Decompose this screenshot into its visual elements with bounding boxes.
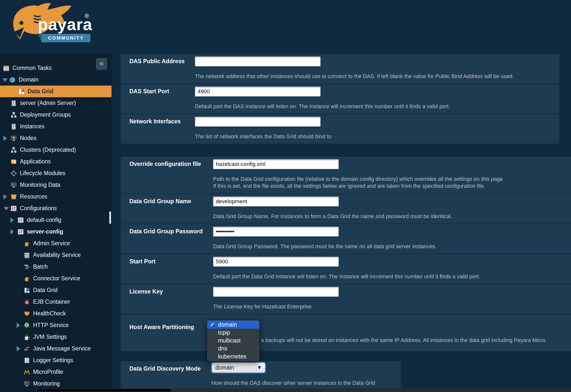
override-configuration-file-label: Override configuration file (129, 161, 201, 167)
sidebar-item-deployment-groups[interactable]: Deployment Groups (0, 109, 112, 121)
sidebar-item-label: Batch (33, 263, 48, 270)
sidebar-item-lifecycle-modules[interactable]: Lifecycle Modules (0, 167, 112, 179)
form-row-data-grid-group-password: Data Grid Group PasswordData Grid Group … (121, 224, 571, 254)
das-start-port-input[interactable] (195, 87, 321, 97)
sidebar-item-logger-settings[interactable]: Logger Settings (0, 354, 112, 366)
sidebar-item-monitoring-data[interactable]: Monitoring Data (0, 179, 112, 191)
sidebar-item-ejb-container[interactable]: JAREJB Container (0, 296, 112, 308)
sidebar-item-label: Availability Service (33, 252, 81, 258)
dropdown-option-kubernetes[interactable]: kubernetes (207, 352, 259, 360)
das-public-address-input[interactable] (195, 56, 321, 66)
das-public-address-help-text: The network address that other instances… (195, 73, 514, 80)
form-row-das-public-address: DAS Public AddressThe network address th… (121, 54, 559, 84)
start-port-help-text: Default port the Data Grid instance will… (213, 273, 480, 280)
monitor-icon (10, 182, 17, 188)
server-icon (10, 100, 17, 106)
sidebar-item-connector-service[interactable]: Connector Service (0, 273, 112, 284)
tree-expander-open-icon[interactable] (3, 207, 9, 210)
sidebar-item-label: HTTP Service (33, 322, 69, 329)
sidebar-item-admin-service[interactable]: Admin Service (0, 238, 112, 249)
payara-logo: payara ® COMMUNITY (10, 2, 95, 52)
data-grid-discovery-mode-help-text: How should the DAS discover other server… (211, 380, 375, 386)
sidebar-item-label: Clusters (Deprecated) (20, 147, 76, 153)
license-key-help-text: The License Key for Hazelcast Enterprise (213, 303, 312, 310)
dropdown-option-multicast[interactable]: multicast (207, 337, 259, 344)
horizontal-scrollbar-track[interactable] (36, 389, 571, 392)
payara-admin-console: payara ® COMMUNITY Common TasksDomainDat… (0, 0, 571, 392)
apps-icon (10, 158, 17, 165)
sidebar-item-clusters-deprecated[interactable]: Clusters (Deprecated) (0, 144, 112, 156)
license-key-input[interactable] (213, 287, 339, 297)
sidebar-collapse-button[interactable]: « (96, 58, 107, 70)
network-interfaces-input[interactable] (195, 117, 321, 127)
dropdown-option-label: multicast (218, 337, 241, 344)
form-row-start-port: Start PortDefault port the Data Grid ins… (121, 254, 571, 284)
data-grid-group-name-input[interactable] (213, 196, 339, 206)
dropdown-option-tcpip[interactable]: tcpip (207, 329, 259, 337)
data-grid-discovery-mode-select[interactable]: domain▼ (211, 362, 266, 373)
horizontal-scrollbar-thumb[interactable] (37, 389, 171, 392)
table-icon (3, 65, 9, 71)
sidebar-item-label: Deployment Groups (20, 111, 71, 118)
sidebar-item-data-grid[interactable]: Data Grid (0, 86, 112, 97)
sidebar-item-monitoring[interactable]: Monitoring (0, 378, 112, 390)
sidebar-item-label: Admin Service (33, 240, 70, 247)
start-port-label: Start Port (129, 258, 156, 265)
tree-expander-open-icon[interactable] (2, 78, 8, 82)
header-bar: payara ® COMMUNITY (0, 0, 571, 53)
select-dropdown-arrow-icon: ▼ (257, 364, 262, 371)
sidebar-item-applications[interactable]: Applications (0, 156, 112, 167)
registered-mark: ® (85, 12, 89, 19)
form-row-host-aware-partitioning: Host Aware Partitioninga backups will no… (121, 314, 571, 351)
sidebar-item-label: MicroProfile (33, 369, 63, 375)
override-configuration-file-input[interactable] (213, 159, 339, 169)
tree-expander-closed-icon[interactable] (17, 323, 20, 328)
tree-expander-closed-icon[interactable] (10, 229, 14, 235)
sidebar-item-jvm-settings[interactable]: JVM Settings (0, 331, 112, 343)
dropdown-option-dns[interactable]: dns (207, 344, 259, 352)
host-aware-partitioning-label: Host Aware Partitioning (129, 324, 194, 331)
sidebar-item-nodes[interactable]: Nodes (0, 132, 112, 144)
override-configuration-file-help-text: Path to the Data Grid configuration file… (213, 176, 503, 190)
sidebar-item-label: Data Grid (33, 287, 57, 294)
sidebar-item-healthcheck[interactable]: HealthCheck (0, 308, 112, 319)
batch-icon (24, 264, 30, 270)
sliders-icon (17, 229, 24, 235)
sidebar-item-server-admin-server[interactable]: server (Admin Server) (0, 97, 112, 109)
tree-expander-closed-icon[interactable] (10, 217, 14, 223)
sidebar-item-default-config[interactable]: default-config (0, 214, 112, 226)
cluster-icon (10, 112, 17, 118)
dropdown-option-domain[interactable]: ✓domain (207, 321, 259, 329)
brand-name: payara (38, 15, 92, 34)
tree-expander-closed-icon[interactable] (17, 346, 20, 351)
start-port-input[interactable] (213, 257, 339, 267)
sidebar-item-server-config[interactable]: server-config (0, 226, 112, 238)
svg-text:JAR: JAR (26, 302, 28, 303)
sidebar-item-instances[interactable]: Instances (0, 121, 112, 132)
httpglobe-icon (24, 322, 30, 329)
dropdown-option-label: tcpip (218, 329, 230, 336)
datagrid-icon (18, 88, 25, 95)
sidebar-item-availability-service[interactable]: Availability Service (0, 249, 112, 261)
sidebar-item-resources[interactable]: Resources (0, 191, 112, 202)
jms-icon (24, 345, 30, 352)
sidebar-item-batch[interactable]: Batch (0, 261, 112, 273)
sidebar-item-label: server-config (27, 228, 63, 235)
sidebar-item-label: server (Admin Server) (20, 100, 76, 106)
data-grid-config-form: DAS Public AddressThe network address th… (112, 53, 571, 392)
sidebar-item-configurations[interactable]: Configurations (0, 202, 112, 214)
sidebar-item-data-grid[interactable]: Data Grid (0, 284, 112, 296)
sidebar-item-common-tasks[interactable]: Common Tasks (0, 62, 112, 74)
sidebar-item-domain[interactable]: Domain (0, 74, 112, 86)
sidebar-item-java-message-service[interactable]: Java Message Service (0, 343, 112, 354)
sidebar-item-microprofile[interactable]: MicroProfile (0, 366, 112, 378)
dropdown-option-label: kubernetes (218, 353, 246, 360)
tree-expander-closed-icon[interactable] (3, 194, 7, 199)
sidebar-scrollbar-thumb[interactable] (109, 211, 111, 224)
cluster-icon (10, 147, 17, 153)
data-grid-group-password-input[interactable] (213, 227, 339, 237)
sidebar-item-http-service[interactable]: HTTP Service (0, 319, 112, 331)
jar-icon: JAR (24, 299, 30, 305)
tree-expander-closed-icon[interactable] (3, 136, 7, 141)
sidebar-item-label: default-config (27, 217, 61, 223)
